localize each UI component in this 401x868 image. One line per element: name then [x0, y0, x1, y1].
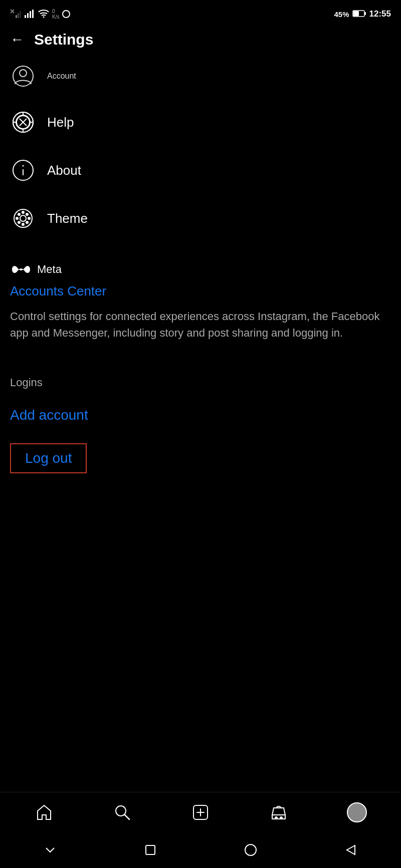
svg-point-35 [20, 215, 26, 221]
svg-point-25 [23, 165, 24, 167]
svg-point-41 [275, 817, 277, 819]
status-right: 45% 12:55 [334, 9, 391, 19]
nav-search[interactable] [105, 797, 140, 827]
data-speed: 0K/s [52, 9, 59, 20]
logins-section: Logins Add account Log out [0, 351, 401, 483]
status-left: 0K/s [10, 9, 70, 20]
account-icon [10, 63, 36, 89]
svg-point-33 [16, 217, 19, 220]
svg-point-34 [18, 213, 21, 216]
svg-rect-3 [18, 13, 19, 18]
nav-new-post[interactable] [183, 797, 218, 827]
svg-point-42 [280, 817, 282, 819]
meta-description: Control settings for connected experienc… [10, 308, 391, 341]
svg-point-30 [26, 221, 29, 224]
svg-rect-5 [25, 15, 26, 18]
svg-point-31 [22, 223, 25, 226]
svg-marker-45 [347, 845, 355, 854]
account-label: Account [47, 72, 76, 81]
svg-point-44 [245, 844, 256, 855]
svg-point-28 [26, 213, 29, 216]
square-icon [143, 843, 157, 857]
settings-list: Help About Th [0, 98, 401, 242]
bottom-nav [0, 792, 401, 832]
meta-logo-text: Meta [37, 263, 62, 276]
meta-section: Meta Accounts Center Control settings fo… [0, 242, 401, 351]
time: 12:55 [369, 9, 391, 19]
circle-indicator [62, 10, 70, 18]
nav-profile[interactable] [339, 797, 374, 827]
page-title: Settings [34, 31, 93, 48]
svg-rect-8 [32, 10, 34, 18]
theme-icon [10, 205, 36, 231]
profile-avatar [347, 802, 367, 822]
system-nav [0, 832, 401, 868]
settings-item-help[interactable]: Help [10, 98, 391, 146]
back-button[interactable]: ← [10, 33, 24, 47]
svg-point-27 [22, 211, 25, 214]
meta-logo: Meta [10, 262, 391, 276]
svg-rect-12 [364, 12, 366, 15]
circle-icon [244, 843, 258, 857]
battery-percent: 45% [334, 10, 349, 19]
status-bar: 0K/s 45% 12:55 [0, 0, 401, 26]
search-icon [114, 804, 131, 821]
signal-no-icon [10, 9, 21, 20]
about-icon [10, 157, 36, 183]
header: ← Settings [0, 26, 401, 58]
add-account-link[interactable]: Add account [10, 407, 391, 423]
home-icon [36, 804, 53, 821]
signal-icon [24, 9, 35, 20]
svg-rect-4 [20, 11, 21, 18]
new-post-icon [192, 804, 209, 821]
help-icon [10, 109, 36, 135]
settings-item-about[interactable]: About [10, 146, 391, 194]
logout-button[interactable]: Log out [10, 443, 87, 473]
wifi-icon [38, 9, 49, 20]
svg-point-29 [28, 217, 31, 220]
help-label: Help [47, 115, 74, 130]
shop-icon [270, 804, 287, 821]
settings-item-theme[interactable]: Theme [10, 194, 391, 242]
accounts-center-link[interactable]: Accounts Center [10, 283, 391, 299]
svg-rect-43 [146, 845, 155, 854]
svg-point-32 [18, 221, 21, 224]
svg-point-9 [43, 16, 45, 18]
about-label: About [47, 163, 81, 178]
svg-rect-7 [30, 11, 31, 18]
nav-back-button[interactable] [344, 843, 358, 857]
nav-square-button[interactable] [143, 843, 157, 857]
svg-rect-11 [353, 11, 359, 16]
meta-infinity-icon [10, 262, 32, 276]
nav-down-button[interactable] [43, 843, 57, 857]
settings-item-account[interactable]: Account [0, 58, 401, 98]
triangle-back-icon [344, 843, 358, 857]
svg-rect-6 [27, 13, 29, 18]
nav-home[interactable] [27, 797, 62, 827]
nav-shop[interactable] [261, 797, 296, 827]
chevron-down-icon [43, 843, 57, 857]
svg-point-14 [20, 70, 27, 77]
battery-icon [352, 10, 366, 19]
nav-circle-button[interactable] [244, 843, 258, 857]
svg-line-37 [124, 814, 129, 819]
logins-title: Logins [10, 376, 391, 389]
svg-rect-2 [16, 15, 17, 18]
theme-label: Theme [47, 211, 88, 226]
